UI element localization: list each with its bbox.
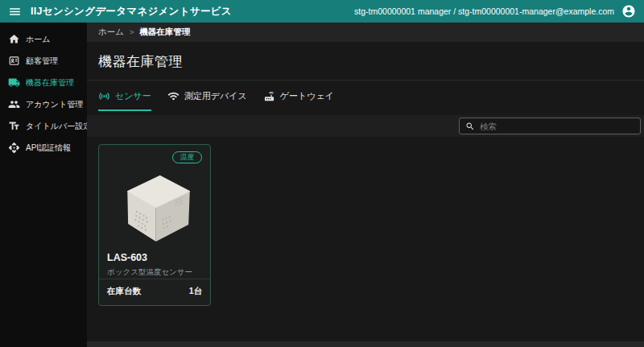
breadcrumb-separator: > xyxy=(130,28,134,36)
wifi-icon xyxy=(167,90,180,102)
filter-toolbar xyxy=(87,115,644,137)
text-fields-icon xyxy=(8,120,20,132)
sidebar-item-accounts[interactable]: アカウント管理 xyxy=(0,93,87,115)
api-icon xyxy=(8,142,20,154)
breadcrumb-home[interactable]: ホーム xyxy=(98,27,124,38)
tab-label: センサー xyxy=(115,90,151,102)
hamburger-menu-icon[interactable] xyxy=(8,5,22,19)
device-description: ボックス型温度センサー xyxy=(107,267,202,278)
topbar: IIJセンシングデータマネジメントサービス stg-tm00000001 man… xyxy=(0,0,644,23)
card-grid: 温度 xyxy=(87,137,644,347)
temperature-badge: 温度 xyxy=(172,151,202,163)
main-content: ホーム > 機器在庫管理 機器在庫管理 センサー 測定用デ xyxy=(87,23,644,347)
sidebar-item-home[interactable]: ホーム xyxy=(0,28,87,50)
sidebar-item-label: 機器在庫管理 xyxy=(26,77,74,89)
tab-bar: センサー 測定用デバイス ゲートウェイ xyxy=(87,81,644,111)
horizontal-scrollbar[interactable] xyxy=(87,341,644,347)
contacts-icon xyxy=(8,55,20,67)
tab-measurement-device[interactable]: 測定用デバイス xyxy=(167,90,247,111)
sidebar-item-label: API認証情報 xyxy=(26,143,71,154)
user-info-text: stg-tm00000001 manager / stg-tm00000001-… xyxy=(354,6,614,16)
sensors-icon xyxy=(98,90,110,102)
search-input[interactable] xyxy=(480,122,634,131)
search-icon xyxy=(465,122,475,131)
sidebar-item-label: ホーム xyxy=(26,34,50,45)
truck-icon xyxy=(8,76,20,89)
stock-label: 在庫台数 xyxy=(107,286,141,297)
page-title: 機器在庫管理 xyxy=(98,52,633,71)
breadcrumb: ホーム > 機器在庫管理 xyxy=(87,23,644,42)
search-box xyxy=(459,118,641,134)
sidebar-item-label: アカウント管理 xyxy=(26,99,83,110)
app-window: IIJセンシングデータマネジメントサービス stg-tm00000001 man… xyxy=(0,0,644,347)
sidebar-item-label: 顧客管理 xyxy=(26,56,58,67)
group-icon xyxy=(8,98,20,110)
stock-row: 在庫台数 1台 xyxy=(99,279,210,297)
sidebar-nav: ホーム 顧客管理 機器在庫管理 xyxy=(0,23,87,347)
sidebar-item-device-inventory[interactable]: 機器在庫管理 xyxy=(0,72,87,93)
sidebar-item-api-credentials[interactable]: API認証情報 xyxy=(0,137,87,159)
stock-value: 1台 xyxy=(189,286,202,297)
tab-label: ゲートウェイ xyxy=(280,90,334,102)
device-card-las-603[interactable]: 温度 xyxy=(98,144,211,306)
breadcrumb-current: 機器在庫管理 xyxy=(139,27,190,38)
tab-label: 測定用デバイス xyxy=(184,90,247,102)
sidebar-item-titlebar-settings[interactable]: タイトルバー設定 xyxy=(0,115,87,137)
device-name: LAS-603 xyxy=(107,252,202,263)
home-icon xyxy=(8,33,20,45)
router-icon xyxy=(263,90,275,102)
sidebar-item-label: タイトルバー設定 xyxy=(26,121,91,132)
account-circle-icon[interactable] xyxy=(621,4,636,19)
tab-sensor[interactable]: センサー xyxy=(98,90,151,111)
tab-gateway[interactable]: ゲートウェイ xyxy=(263,90,334,111)
sidebar-item-customers[interactable]: 顧客管理 xyxy=(0,50,87,72)
device-photo xyxy=(107,165,202,249)
app-title: IIJセンシングデータマネジメントサービス xyxy=(31,5,232,19)
